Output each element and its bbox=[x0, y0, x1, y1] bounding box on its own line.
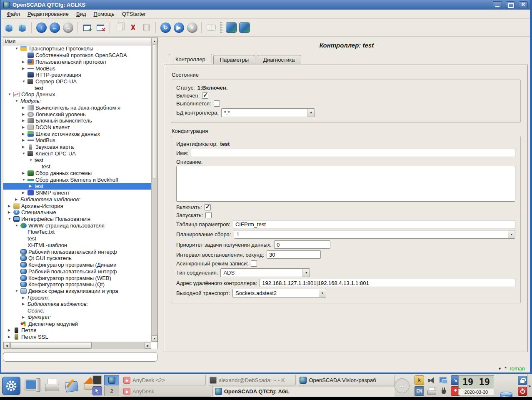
minimize-button[interactable] bbox=[493, 1, 502, 8]
tree-item[interactable]: ▼Транспортные Протоколы bbox=[3, 45, 151, 52]
status-expander-icon[interactable]: ▼ bbox=[498, 367, 502, 371]
tree-item[interactable]: Конфигуратор программы (Qt) bbox=[3, 281, 151, 288]
expander-closed-icon[interactable]: ▶ bbox=[22, 191, 27, 195]
maximize-button[interactable] bbox=[506, 1, 515, 8]
expander-closed-icon[interactable]: ▶ bbox=[22, 106, 27, 110]
file-manager-icon[interactable] bbox=[92, 386, 102, 395]
tree-item[interactable]: ▼test bbox=[3, 157, 151, 163]
tree-item[interactable]: ▼Клиент OPC-UA bbox=[3, 150, 151, 157]
expander-closed-icon[interactable]: ▶ bbox=[22, 132, 27, 136]
tree-horizontal-scrollbar[interactable]: ◀ ▶ bbox=[3, 342, 151, 349]
paste-item-button[interactable] bbox=[140, 21, 153, 34]
tree-item[interactable]: ▶ModBus bbox=[3, 65, 151, 72]
tree-item[interactable]: ▶Специальные bbox=[3, 209, 151, 216]
tree-item[interactable]: ▶ModBus bbox=[3, 137, 151, 144]
expander-closed-icon[interactable]: ▶ bbox=[22, 112, 27, 116]
tree-vertical-scrollbar[interactable]: ▲ ▼ bbox=[151, 38, 157, 342]
current-user[interactable]: roman bbox=[510, 365, 525, 372]
scroll-down-icon[interactable]: ▼ bbox=[152, 335, 157, 342]
close-button[interactable] bbox=[519, 1, 528, 8]
tree-item[interactable]: test bbox=[3, 163, 151, 170]
tree-item[interactable]: ▶Петля bbox=[3, 327, 151, 334]
taskbar-window-button[interactable]: OpenSCADA Vision-разраб bbox=[297, 375, 395, 385]
expander-open-icon[interactable]: ▼ bbox=[7, 217, 13, 221]
go-up-button[interactable]: ↑ bbox=[35, 21, 48, 34]
expander-closed-icon[interactable]: ▶ bbox=[29, 184, 35, 188]
menu-item[interactable]: Помощь bbox=[90, 10, 118, 18]
print-manager-icon[interactable] bbox=[427, 386, 436, 396]
enabled-checkbox[interactable] bbox=[202, 92, 208, 99]
expander-closed-icon[interactable]: ▶ bbox=[22, 125, 27, 129]
expander-closed-icon[interactable]: ▶ bbox=[22, 67, 27, 70]
tree-item[interactable]: FlowTec.txt bbox=[3, 229, 151, 235]
expander-open-icon[interactable]: ▼ bbox=[15, 289, 20, 293]
tree-item[interactable]: Сеанс: bbox=[3, 308, 151, 314]
schedule-combobox[interactable]: 1 ▼ bbox=[234, 230, 515, 239]
tree-item[interactable]: ▶SNMP клиент bbox=[3, 190, 151, 196]
volume-icon[interactable] bbox=[427, 375, 436, 385]
tree-item[interactable]: ▶Петля SSL bbox=[3, 334, 151, 340]
scroll-track[interactable] bbox=[92, 342, 145, 349]
tree-item[interactable]: HTTP-реализация bbox=[3, 72, 151, 78]
expander-open-icon[interactable]: ▼ bbox=[29, 158, 35, 162]
connection-type-select[interactable]: ADS ▼ bbox=[220, 268, 310, 277]
power-plug-icon[interactable] bbox=[439, 386, 448, 396]
controller-db-select[interactable]: *.* ▼ bbox=[221, 108, 315, 117]
expander-closed-icon[interactable]: ▶ bbox=[15, 198, 20, 201]
terminal-icon[interactable] bbox=[92, 375, 102, 385]
tree-item[interactable]: ▶Пользовательский протокол bbox=[3, 58, 151, 65]
to-enable-checkbox[interactable] bbox=[205, 204, 211, 210]
tree-item[interactable]: ▼Сервер OPC-UA bbox=[3, 78, 151, 85]
scroll-up-icon[interactable]: ▲ bbox=[152, 38, 157, 44]
tree-item[interactable]: ▼Интерфейсы Пользователя bbox=[3, 216, 151, 222]
go-back-button[interactable]: ← bbox=[48, 21, 61, 34]
running-checkbox[interactable] bbox=[214, 100, 220, 107]
expander-closed-icon[interactable]: ▶ bbox=[7, 204, 13, 208]
tree-item[interactable]: Qt GUI пускатель bbox=[3, 255, 151, 262]
pager-desktop-2[interactable]: 2 bbox=[104, 386, 119, 396]
description-field[interactable] bbox=[176, 166, 515, 202]
expander-closed-icon[interactable]: ▶ bbox=[22, 315, 27, 319]
tab-Диагностика[interactable]: Диагностика bbox=[257, 55, 301, 64]
output-transport-select[interactable]: Sockets.adstest2 ▼ bbox=[232, 289, 326, 298]
expander-closed-icon[interactable]: ▶ bbox=[22, 145, 27, 149]
logout-button[interactable] bbox=[518, 387, 527, 396]
taskbar-window-button[interactable]: AnyDesk bbox=[121, 386, 211, 397]
add-item-button[interactable] bbox=[80, 21, 94, 34]
expander-closed-icon[interactable]: ▶ bbox=[7, 328, 13, 332]
expander-open-icon[interactable]: ▼ bbox=[7, 92, 13, 96]
tree-item[interactable]: Конфигуратор программы (WEB) bbox=[3, 275, 151, 281]
expander-open-icon[interactable]: ▼ bbox=[22, 80, 27, 83]
tree-item[interactable]: ▶Звуковая карта bbox=[3, 144, 151, 150]
tree-item[interactable]: Конфигуратор программы (Динами bbox=[3, 262, 151, 268]
tree-item[interactable]: ▼Движок среды визуализации и упра bbox=[3, 288, 151, 295]
menu-item[interactable]: Вид bbox=[72, 10, 90, 18]
tree-item[interactable]: Собственный протокол OpenSCADA bbox=[3, 52, 151, 59]
vision-developer-button[interactable] bbox=[238, 21, 251, 34]
priority-field[interactable] bbox=[274, 240, 330, 249]
cdrom-icon[interactable] bbox=[395, 378, 410, 393]
start-button[interactable]: ▶ bbox=[172, 21, 185, 34]
vertical-scroll-thumb[interactable] bbox=[152, 45, 157, 178]
tree-item[interactable]: ▶Проект: bbox=[3, 294, 151, 301]
taskbar-window-button[interactable]: AnyDesk <2> bbox=[121, 375, 206, 385]
keyboard-layout-icon[interactable]: EN bbox=[415, 386, 424, 396]
menu-item[interactable]: Файл bbox=[3, 10, 24, 18]
tree-filter-input[interactable] bbox=[3, 352, 157, 362]
tree-item[interactable]: test bbox=[3, 85, 151, 91]
tree-item[interactable]: ▶Функции: bbox=[3, 314, 151, 320]
pager-desktop-1[interactable] bbox=[104, 375, 119, 385]
taskbar-window-button[interactable]: alexandr@DebScada: ~ - K bbox=[207, 375, 296, 385]
tree-item[interactable]: ▶Сбор данных системы bbox=[3, 170, 151, 177]
scroll-right-icon[interactable]: ▶ bbox=[145, 342, 151, 349]
printer-icon[interactable] bbox=[44, 378, 60, 394]
cut-item-button[interactable] bbox=[126, 21, 140, 34]
expander-open-icon[interactable]: ▼ bbox=[15, 99, 20, 103]
expander-closed-icon[interactable]: ▶ bbox=[22, 138, 27, 142]
menu-item[interactable]: Редактирование bbox=[24, 10, 72, 18]
menu-item[interactable]: QTStarter bbox=[118, 10, 150, 18]
expander-closed-icon[interactable]: ▶ bbox=[7, 210, 13, 214]
expander-open-icon[interactable]: ▼ bbox=[15, 224, 20, 228]
klipper-icon[interactable]: k bbox=[415, 375, 424, 385]
restore-interval-field[interactable] bbox=[267, 250, 321, 259]
